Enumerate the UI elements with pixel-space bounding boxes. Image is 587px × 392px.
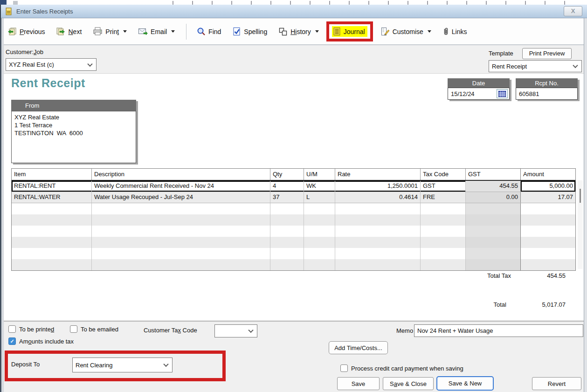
date-field[interactable]: 15/12/24 [448, 88, 510, 100]
amounts-include-tax-option[interactable]: ✓ Amounts include tax [8, 337, 74, 345]
journal-annotation-box: Journal [326, 21, 373, 41]
to-be-printed-label: To be printed [19, 326, 54, 333]
receipt-number-field[interactable]: 605881 [516, 88, 578, 100]
print-preview-button[interactable]: Print Preview [522, 48, 572, 59]
email-button[interactable]: Email [138, 28, 175, 35]
cell-rate[interactable]: 1,250.0001 [335, 181, 421, 192]
previous-button[interactable]: Previous [7, 28, 45, 36]
journal-button[interactable]: Journal [332, 26, 367, 37]
deposit-to-value: Rent Clearing [76, 362, 113, 369]
cell-item[interactable]: RENTAL:RENT [12, 181, 92, 192]
table-scrollbar[interactable] [578, 180, 583, 269]
revert-button[interactable]: Revert [532, 377, 581, 390]
toolbar: Previous Next Print [2, 19, 587, 45]
cell-description[interactable]: Weekly Commercial Rent Received - Nov 24 [92, 181, 270, 192]
email-label: Email [151, 28, 167, 35]
from-box: From XYZ Real Estate 1 Test Terrace TEST… [11, 100, 136, 163]
window-title: Enter Sales Receipts [16, 8, 73, 15]
next-button[interactable]: Next [56, 28, 82, 36]
chevron-down-icon [573, 63, 578, 68]
column-header-item: Item [12, 169, 92, 180]
cell-qty[interactable]: 4 [270, 181, 304, 192]
previous-label: P [20, 28, 24, 35]
print-label: Prin [105, 28, 117, 35]
links-button[interactable]: Links [442, 27, 467, 36]
process-credit-card-checkbox[interactable] [340, 364, 348, 372]
close-button[interactable]: X [564, 6, 582, 16]
table-row-empty[interactable] [12, 248, 575, 259]
table-row-empty[interactable] [12, 226, 575, 237]
customise-dropdown-arrow[interactable] [428, 30, 431, 33]
cell-item[interactable]: RENTAL:WATER [12, 192, 92, 203]
save-button[interactable]: Save [337, 377, 380, 390]
from-line-3: TESTINGTON WA 6000 [14, 129, 133, 137]
sales-receipt-window-icon [5, 7, 13, 15]
window-left-frame [1, 18, 4, 392]
find-button[interactable]: Find [197, 27, 221, 36]
print-button[interactable]: Print [93, 27, 127, 36]
customer-tax-code-select[interactable] [214, 324, 257, 337]
cell-description[interactable]: Water Usage Recouped - Jul-Sep 24 [92, 192, 270, 203]
process-credit-card-option[interactable]: Process credit card payment when saving [340, 364, 463, 372]
cell-rate[interactable]: 0.4614 [335, 192, 421, 203]
scrollbar-thumb[interactable] [580, 189, 581, 203]
cell-amount[interactable]: 5,000.00 [520, 181, 575, 192]
cell-taxcode[interactable]: FRE [421, 192, 466, 203]
memo-input[interactable]: Nov 24 Rent + Water Usage [414, 324, 583, 337]
spelling-button[interactable]: Spelling [232, 27, 267, 36]
customise-button[interactable]: Customise [380, 27, 431, 36]
cell-amount[interactable]: 17.07 [520, 192, 575, 203]
amounts-include-tax-label: Amounts include tax [19, 338, 74, 345]
amounts-include-tax-checkbox[interactable]: ✓ [8, 337, 16, 345]
window-right-frame [584, 18, 587, 392]
deposit-to-select[interactable]: Rent Clearing [72, 358, 173, 372]
form-footer-band: To be printed To be emailed Customer Tax… [4, 321, 585, 392]
template-label: Template [489, 50, 513, 57]
previous-icon [7, 28, 17, 36]
calendar-icon [498, 91, 506, 97]
table-row[interactable]: RENTAL:WATER Water Usage Recouped - Jul-… [12, 192, 575, 203]
template-value: Rent Receipt [492, 63, 527, 70]
from-address[interactable]: XYZ Real Estate 1 Test Terrace TESTINGTO… [11, 111, 136, 163]
customise-icon [380, 27, 390, 36]
add-time-costs-button[interactable]: Add Time/Costs... [329, 341, 388, 354]
form-title: Rent Receipt [11, 76, 85, 90]
email-dropdown-arrow[interactable] [171, 30, 175, 33]
process-credit-card-label: Process credit card payment when saving [351, 365, 463, 372]
background-fragment [13, 1, 18, 5]
links-label: Links [452, 28, 467, 35]
template-select[interactable]: Rent Receipt [489, 60, 582, 72]
paperclip-icon [442, 27, 449, 36]
table-row-empty[interactable] [12, 237, 575, 248]
cell-qty[interactable]: 37 [270, 192, 304, 203]
next-label: N [68, 28, 73, 35]
receipt-form-area: Rent Receipt Date 15/12/24 Rcpt No. [4, 73, 584, 321]
cell-um[interactable]: WK [304, 181, 335, 192]
to-be-printed-checkbox[interactable] [8, 325, 16, 333]
table-row-empty[interactable] [12, 203, 575, 214]
cell-gst: 0.00 [466, 192, 521, 203]
history-button[interactable]: History [278, 27, 319, 36]
deposit-to-label: Deposit To [11, 361, 40, 368]
cell-taxcode[interactable]: GST [421, 181, 466, 192]
to-be-emailed-option[interactable]: To be emailed [70, 325, 118, 333]
save-and-close-button[interactable]: Save & Close [383, 377, 434, 390]
column-header-gst: GST [466, 169, 521, 180]
print-dropdown-arrow[interactable] [123, 30, 127, 33]
column-header-rate: Rate [335, 169, 421, 180]
chevron-down-icon [248, 328, 253, 333]
table-row-empty[interactable] [12, 214, 575, 226]
toolbar-separator [186, 24, 186, 40]
to-be-printed-option[interactable]: To be printed [8, 325, 54, 333]
table-row-empty[interactable] [12, 259, 575, 270]
save-and-new-button[interactable]: Save & New [436, 376, 494, 391]
customer-job-select[interactable]: XYZ Real Est (c) [6, 58, 97, 71]
total-label: Total [450, 301, 506, 308]
to-be-emailed-checkbox[interactable] [70, 325, 77, 333]
receipt-number-box: Rcpt No. 605881 [516, 78, 578, 100]
table-row[interactable]: RENTAL:RENT Weekly Commercial Rent Recei… [12, 181, 575, 192]
calendar-button[interactable] [497, 89, 508, 98]
history-dropdown-arrow[interactable] [315, 30, 319, 33]
customer-job-value: XYZ Real Est (c) [9, 61, 54, 68]
cell-um[interactable]: L [304, 192, 335, 203]
